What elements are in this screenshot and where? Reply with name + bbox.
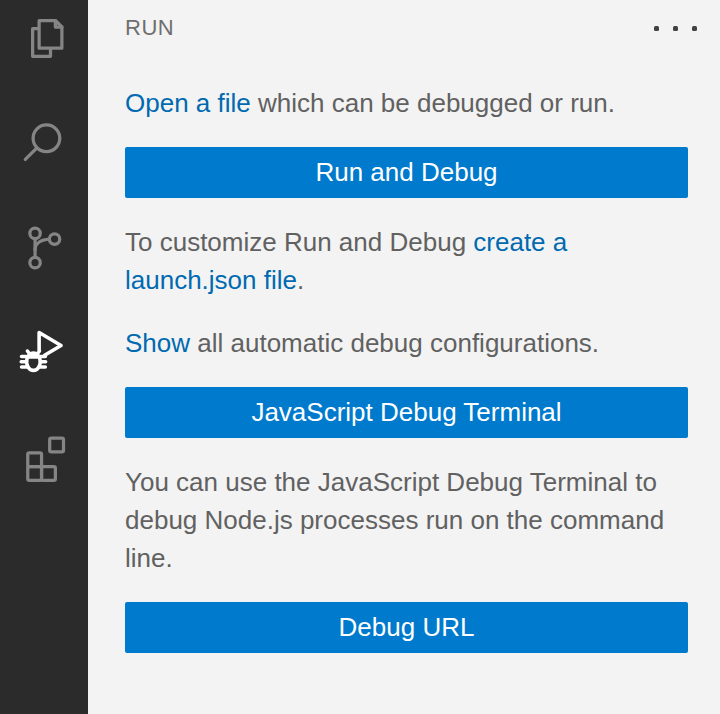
source-control-icon [18, 222, 70, 274]
panel-title: RUN [125, 15, 174, 41]
open-file-link[interactable]: Open a file [125, 88, 251, 118]
open-file-text: Open a file which can be debugged or run… [125, 84, 688, 122]
ellipsis-icon [654, 26, 697, 31]
debug-url-button[interactable]: Debug URL [125, 602, 688, 653]
activity-item-extensions[interactable] [0, 404, 88, 508]
activity-item-search[interactable] [0, 92, 88, 196]
show-configurations-link[interactable]: Show [125, 328, 190, 358]
js-debug-terminal-button[interactable]: JavaScript Debug Terminal [125, 387, 688, 438]
text-segment: To customize Run and Debug [125, 227, 473, 257]
welcome-view: Open a file which can be debugged or run… [125, 56, 688, 653]
activity-item-run-and-debug[interactable] [0, 300, 88, 404]
run-and-debug-button[interactable]: Run and Debug [125, 147, 688, 198]
customize-text: To customize Run and Debug create a laun… [125, 223, 688, 299]
text-segment: which can be debugged or run. [251, 88, 615, 118]
run-panel: RUN Open a file which can be debugged or… [88, 0, 720, 714]
extensions-icon [18, 430, 70, 482]
more-actions-button[interactable] [652, 16, 699, 41]
files-icon [18, 14, 70, 66]
text-segment: all automatic debug configurations. [190, 328, 599, 358]
activity-item-explorer[interactable] [0, 0, 88, 92]
vscode-window: RUN Open a file which can be debugged or… [0, 0, 720, 714]
search-icon [18, 118, 70, 170]
panel-header: RUN [125, 0, 688, 56]
terminal-info-text: You can use the JavaScript Debug Termina… [125, 463, 688, 577]
text-segment: . [297, 265, 304, 295]
activity-bar [0, 0, 88, 714]
show-configurations-text: Show all automatic debug configurations. [125, 324, 688, 362]
debug-icon [18, 326, 70, 378]
activity-item-source-control[interactable] [0, 196, 88, 300]
